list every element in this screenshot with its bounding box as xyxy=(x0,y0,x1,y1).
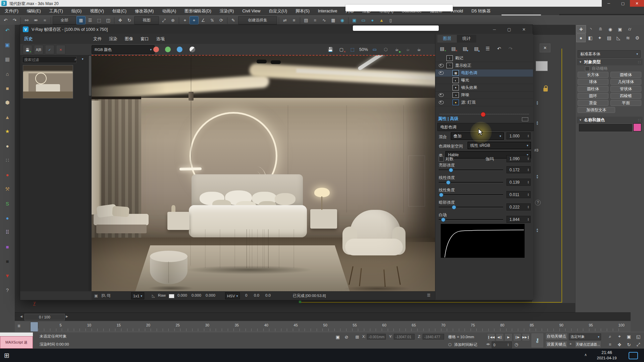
green-channel-icon[interactable] xyxy=(165,47,171,52)
tab-stats[interactable]: 统计 xyxy=(457,35,476,43)
cat-systems[interactable]: ⚙ xyxy=(633,34,642,42)
alpha-channel-icon[interactable] xyxy=(190,47,195,52)
slider-value-field[interactable]: 0.172▲▼ xyxy=(506,166,531,173)
ribbon-flask-icon[interactable]: ▼ xyxy=(3,271,12,280)
menu-item[interactable]: Civil View xyxy=(242,9,260,13)
render-last-icon[interactable]: ☕▶ xyxy=(392,45,402,54)
primitive-button[interactable]: 球体 xyxy=(578,79,608,85)
blend-amount-field[interactable]: 1.000▲▼ xyxy=(506,132,531,139)
frame-step-arrows[interactable]: ◀▶ xyxy=(486,343,490,346)
y-coordinate-field[interactable]: -13047.01 xyxy=(394,334,415,340)
timeline-ruler[interactable]: ≣ 05101520253035404550556065707580859095… xyxy=(15,321,631,332)
red-channel-icon[interactable] xyxy=(153,47,159,52)
set-key-button[interactable]: 设置关键点 xyxy=(545,341,568,348)
ribbon-undo-icon[interactable]: ↶ xyxy=(3,26,12,35)
log-checkbox[interactable] xyxy=(439,157,444,162)
menu-item[interactable]: 脚本(S) xyxy=(296,8,310,14)
schematic-view-icon[interactable]: ▦ xyxy=(329,16,337,24)
render-production-icon[interactable]: ● xyxy=(368,16,377,24)
toolbar-icon[interactable] xyxy=(20,17,21,24)
slider-value-field[interactable]: 1.844▲▼ xyxy=(506,216,531,223)
named-selection-sets-dropdown[interactable]: 创建选择集 xyxy=(238,16,277,24)
menu-item[interactable]: 渲染(R) xyxy=(220,8,234,14)
angle-snap-icon[interactable]: ∠ xyxy=(199,16,207,24)
key-filters-button[interactable]: 关键点过滤器... xyxy=(575,341,601,348)
vfb-window-icon[interactable]: ▯ xyxy=(386,16,395,24)
menu-item[interactable]: 创建(C) xyxy=(112,8,126,14)
clear-image-icon[interactable]: ▢✕ xyxy=(336,45,346,54)
vfb-menu-item[interactable]: 渲染 xyxy=(109,36,117,42)
primitive-button[interactable]: 茶壶 xyxy=(578,100,608,106)
cat-geometry[interactable]: ● xyxy=(577,34,585,42)
menu-item[interactable]: 自定义(U) xyxy=(269,8,287,14)
vfb-menu-item[interactable]: 图像 xyxy=(125,36,133,42)
cat-cameras[interactable]: ▤ xyxy=(605,34,613,42)
primitive-button[interactable]: 圆柱体 xyxy=(578,86,608,92)
slider-track[interactable] xyxy=(439,170,503,171)
tab-motion[interactable]: ◉ xyxy=(606,25,615,33)
tab-utilities[interactable]: ⌭ xyxy=(625,25,634,33)
menu-item[interactable]: 动画(A) xyxy=(162,8,176,14)
reference-coordinate-dropdown[interactable]: 视图 xyxy=(134,16,159,24)
save-image-icon[interactable]: 💾 xyxy=(325,45,335,54)
auto-key-button[interactable]: 自动关键点 xyxy=(545,333,568,340)
layer-row[interactable]: ✦ 镜头效果 xyxy=(435,84,533,92)
tonemap-space-dropdown[interactable]: 线性 sRGB▾ xyxy=(468,142,531,149)
name-color-rollout[interactable]: ▼ 名称和颜色 ∷ xyxy=(577,117,643,123)
ribbon-star-icon[interactable]: ★ xyxy=(3,127,12,136)
blue-channel-icon[interactable] xyxy=(177,47,182,52)
selection-filter-dropdown[interactable]: 全部 xyxy=(53,16,76,24)
mini-curve-editor-button[interactable]: ≣ xyxy=(17,324,20,328)
primitive-button[interactable]: 管状体 xyxy=(610,86,641,92)
primitive-type-dropdown[interactable]: 标准基本体▾ xyxy=(578,50,641,58)
primitive-button[interactable]: 几何球体 xyxy=(610,79,641,85)
snaps-3d-icon[interactable]: ⌖ xyxy=(190,16,198,24)
tab-create[interactable]: ✚ xyxy=(577,25,586,33)
primitive-button[interactable]: 圆环 xyxy=(578,93,608,99)
toolbar-icon[interactable] xyxy=(300,17,300,24)
ribbon-cylinder-icon[interactable]: ⬢ xyxy=(3,98,12,107)
toolbar-icon[interactable] xyxy=(348,17,348,24)
menu-item[interactable]: 修改器(M) xyxy=(135,8,154,14)
cat-lights[interactable]: ✦ xyxy=(595,34,604,42)
maximize-viewport-icon[interactable]: ⤢ xyxy=(634,341,643,348)
align-icon[interactable]: ≡ xyxy=(290,16,298,24)
next-frame-button[interactable]: ❙▶ xyxy=(513,333,521,341)
layers-redo-icon[interactable]: ↷ xyxy=(506,44,515,53)
rectangular-selection-icon[interactable]: ⬚ xyxy=(95,16,103,24)
primitive-button[interactable]: 圆锥体 xyxy=(610,72,641,78)
color-mode-dropdown[interactable]: HSV▾ xyxy=(225,292,240,299)
slider-knob[interactable] xyxy=(439,193,443,197)
zoom-extents-icon[interactable]: ▣ xyxy=(625,333,633,340)
slider-value-field[interactable]: 0.011▲▼ xyxy=(506,191,531,198)
add-layer-icon[interactable]: ▤+ xyxy=(437,44,447,53)
search-icon[interactable]: ⌕ xyxy=(74,57,77,62)
toolbar-icon[interactable] xyxy=(279,17,279,24)
slider-knob[interactable] xyxy=(446,180,450,185)
panel-detach-icon[interactable] xyxy=(522,117,528,121)
maxscript-mini-listener[interactable]: MAXScript 迷 xyxy=(0,336,33,349)
vfb-titlebar[interactable]: V V-Ray 帧缓存区 - [100.0% of 1000 x 750] ─ … xyxy=(20,25,533,34)
z-coordinate-field[interactable]: -1840.477 xyxy=(423,334,444,340)
key-mode-dropdown[interactable]: 选定对象▾ xyxy=(569,334,601,340)
vfb-scrollbar[interactable] xyxy=(89,55,92,291)
properties-tabs[interactable]: 属性 | 高级 xyxy=(438,116,458,122)
orbit-icon[interactable]: ↻ xyxy=(625,341,633,348)
vfb-close-button[interactable]: ✕ xyxy=(517,25,531,34)
window-crossing-icon[interactable]: ◫ xyxy=(104,16,112,24)
menu-item[interactable]: 图形编辑器(D) xyxy=(184,8,211,14)
layers-undo-icon[interactable]: ↶ xyxy=(494,44,504,53)
save-layers-icon[interactable]: ▤▼ xyxy=(460,44,470,53)
opacity-slider-handle[interactable] xyxy=(481,112,486,117)
region-render-icon[interactable]: ⬚ xyxy=(347,45,358,54)
pan-icon[interactable]: ✥ xyxy=(615,341,624,348)
toolbar-icon[interactable] xyxy=(179,17,179,24)
ribbon-purple-icon[interactable]: ■ xyxy=(3,242,12,251)
ribbon-points-icon[interactable]: ⠿ xyxy=(3,228,12,237)
zoom-region-icon[interactable]: ◱ xyxy=(634,333,643,340)
layer-row[interactable]: ▦ 电影色调 xyxy=(435,69,533,77)
ribbon-sphere-blue-icon[interactable]: ● xyxy=(3,214,12,222)
vfb-minimize-button[interactable]: ─ xyxy=(487,25,502,34)
isolate-selection-icon[interactable]: ▣ xyxy=(333,333,342,341)
load-layers-icon[interactable]: ▤▲ xyxy=(472,44,481,53)
